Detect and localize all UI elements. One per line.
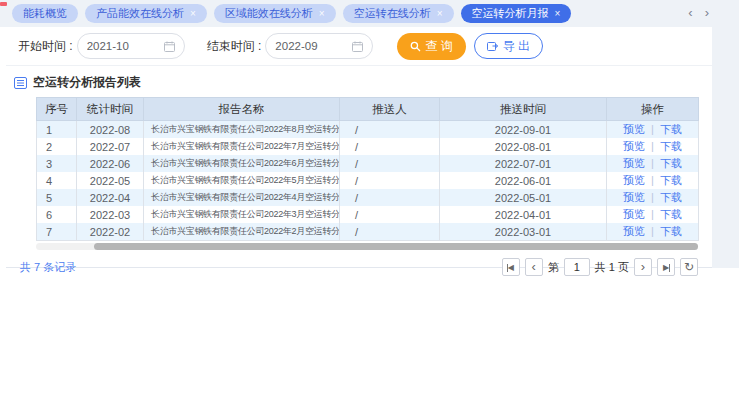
download-link[interactable]: 下载 [660, 191, 682, 203]
cell-pusher: / [340, 206, 440, 223]
cell-push-time: 2022-03-01 [440, 223, 607, 241]
table-row: 4 2022-05 长治市兴宝钢铁有限责任公司2022年5月空运转分析报告 / … [37, 172, 699, 189]
export-button[interactable]: 导 出 [474, 33, 543, 59]
scrollbar-thumb[interactable] [94, 243, 698, 250]
cell-pusher: / [340, 155, 440, 172]
query-button-label: 查 询 [425, 38, 452, 55]
close-icon[interactable]: × [319, 9, 325, 19]
cell-stat-time: 2022-04 [77, 189, 144, 206]
preview-link[interactable]: 预览 [623, 174, 645, 186]
export-button-label: 导 出 [503, 38, 530, 55]
report-table: 序号 统计时间 报告名称 推送人 推送时间 操作 1 2022-08 长治市兴宝… [36, 97, 699, 241]
download-link[interactable]: 下载 [660, 225, 682, 237]
link-separator: | [651, 123, 654, 135]
tab-idle-monthly-report[interactable]: 空运转分析月报 × [461, 4, 572, 23]
next-page-button[interactable]: › [634, 258, 652, 276]
cell-index: 1 [37, 121, 77, 139]
refresh-button[interactable]: ↻ [680, 258, 698, 276]
cell-push-time: 2022-05-01 [440, 189, 607, 206]
calendar-icon[interactable] [164, 41, 175, 52]
tab-label: 产品能效在线分析 [96, 6, 184, 21]
cell-pusher: / [340, 172, 440, 189]
cell-report-name: 长治市兴宝钢铁有限责任公司2022年8月空运转分析报告 [144, 121, 340, 139]
last-page-button[interactable]: ▶ [657, 258, 675, 276]
link-separator: | [651, 225, 654, 237]
tab-scroll-right-icon[interactable]: › [705, 6, 709, 19]
cell-stat-time: 2022-03 [77, 206, 144, 223]
cell-push-time: 2022-08-01 [440, 138, 607, 155]
cell-report-name: 长治市兴宝钢铁有限责任公司2022年6月空运转分析报告 [144, 155, 340, 172]
tab-label: 区域能效在线分析 [225, 6, 313, 21]
tab-scroll-left-icon[interactable]: ‹ [688, 6, 692, 19]
right-gutter [712, 0, 739, 268]
cell-pusher: / [340, 138, 440, 155]
download-link[interactable]: 下载 [660, 123, 682, 135]
preview-link[interactable]: 预览 [623, 140, 645, 152]
table-footer: 共 7 条记录 ◀ ‹ 第 共 1 页 › ▶ ↻ [20, 258, 698, 276]
corner-accent-mark [0, 2, 7, 6]
download-link[interactable]: 下载 [660, 140, 682, 152]
tab-energy-overview[interactable]: 能耗概览 [12, 4, 78, 23]
tab-product-efficiency[interactable]: 产品能效在线分析 × [85, 4, 207, 23]
page-number-input[interactable] [564, 258, 590, 276]
header-operation: 操作 [607, 98, 699, 121]
cell-pusher: / [340, 189, 440, 206]
content-panel: 开始时间 : 结束时间 : 查 询 导 出 [6, 27, 712, 268]
table-row: 6 2022-03 长治市兴宝钢铁有限责任公司2022年3月空运转分析报告 / … [37, 206, 699, 223]
cell-index: 2 [37, 138, 77, 155]
horizontal-scrollbar[interactable] [36, 243, 698, 250]
download-link[interactable]: 下载 [660, 174, 682, 186]
tab-idle-online-analysis[interactable]: 空运转在线分析 × [343, 4, 454, 23]
close-icon[interactable]: × [190, 9, 196, 19]
tab-region-efficiency[interactable]: 区域能效在线分析 × [214, 4, 336, 23]
preview-link[interactable]: 预览 [623, 208, 645, 220]
list-icon [14, 77, 27, 89]
tab-label: 空运转分析月报 [472, 6, 549, 21]
table-row: 7 2022-02 长治市兴宝钢铁有限责任公司2022年2月空运转分析报告 / … [37, 223, 699, 241]
tab-label: 空运转在线分析 [354, 6, 431, 21]
end-date-value[interactable] [275, 40, 352, 52]
cell-operation: 预览|下载 [607, 121, 699, 139]
download-link[interactable]: 下载 [660, 208, 682, 220]
header-report-name: 报告名称 [144, 98, 340, 121]
section-header: 空运转分析报告列表 [14, 74, 712, 91]
cell-report-name: 长治市兴宝钢铁有限责任公司2022年2月空运转分析报告 [144, 223, 340, 241]
start-date-input[interactable] [77, 33, 185, 59]
table-row: 5 2022-04 长治市兴宝钢铁有限责任公司2022年4月空运转分析报告 / … [37, 189, 699, 206]
toolbar-divider [6, 65, 712, 66]
page-count-label: 共 1 页 [595, 260, 629, 275]
cell-index: 3 [37, 155, 77, 172]
end-date-input[interactable] [265, 33, 373, 59]
preview-link[interactable]: 预览 [623, 191, 645, 203]
close-icon[interactable]: × [437, 9, 443, 19]
record-count: 共 7 条记录 [20, 260, 76, 275]
preview-link[interactable]: 预览 [623, 225, 645, 237]
cell-operation: 预览|下载 [607, 172, 699, 189]
last-page-icon: ▶ [663, 263, 669, 272]
start-time-label: 开始时间 : [18, 38, 73, 55]
download-link[interactable]: 下载 [660, 157, 682, 169]
table-row: 1 2022-08 长治市兴宝钢铁有限责任公司2022年8月空运转分析报告 / … [37, 121, 699, 139]
preview-link[interactable]: 预览 [623, 157, 645, 169]
preview-link[interactable]: 预览 [623, 123, 645, 135]
cell-stat-time: 2022-06 [77, 155, 144, 172]
cell-index: 4 [37, 172, 77, 189]
cell-push-time: 2022-07-01 [440, 155, 607, 172]
cell-stat-time: 2022-02 [77, 223, 144, 241]
tab-label: 能耗概览 [23, 6, 67, 21]
link-separator: | [651, 174, 654, 186]
cell-index: 5 [37, 189, 77, 206]
start-date-value[interactable] [87, 40, 164, 52]
prev-page-button[interactable]: ‹ [525, 258, 543, 276]
header-pusher: 推送人 [340, 98, 440, 121]
table-row: 2 2022-07 长治市兴宝钢铁有限责任公司2022年7月空运转分析报告 / … [37, 138, 699, 155]
close-icon[interactable]: × [555, 9, 561, 19]
cell-report-name: 长治市兴宝钢铁有限责任公司2022年7月空运转分析报告 [144, 138, 340, 155]
calendar-icon[interactable] [352, 41, 363, 52]
query-button[interactable]: 查 询 [397, 33, 465, 60]
cell-stat-time: 2022-07 [77, 138, 144, 155]
cell-pusher: / [340, 121, 440, 139]
cell-push-time: 2022-06-01 [440, 172, 607, 189]
refresh-icon: ↻ [684, 260, 694, 274]
first-page-button[interactable]: ◀ [502, 258, 520, 276]
